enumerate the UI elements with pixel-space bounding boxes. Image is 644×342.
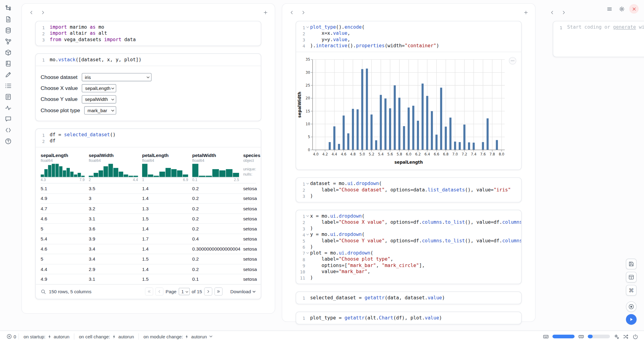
table-row[interactable]: 4.93.11.50.1setosa: [41, 274, 256, 284]
code-text[interactable]: y = mo.ui.dropdown(: [310, 232, 365, 238]
code-editor[interactable]: 1selected_dataset = getattr(data, datase…: [296, 292, 521, 304]
last-page-button[interactable]: [214, 287, 223, 296]
column-next-button[interactable]: [560, 8, 568, 16]
shuffle-icon[interactable]: [623, 333, 629, 339]
code-text[interactable]: label="Choose dataset", options=data.lis…: [310, 187, 511, 193]
code-line[interactable]: 3): [296, 193, 517, 199]
next-page-button[interactable]: [204, 287, 212, 296]
search-icon[interactable]: [41, 289, 46, 294]
cell-vstack[interactable]: 1mo.vstack([dataset, x, y, plot]) Choose…: [35, 53, 261, 121]
code-text[interactable]: x = mo.ui.dropdown(: [310, 213, 365, 219]
code-text[interactable]: plot_type().encode(: [310, 24, 365, 30]
code-line[interactable]: 1plot_type().encode(: [296, 24, 517, 30]
code-line[interactable]: 3from vega_datasets import data: [36, 37, 257, 43]
code-text[interactable]: import marimo as mo: [50, 24, 104, 30]
code-line[interactable]: 2import altair as alt: [36, 30, 257, 37]
column-name[interactable]: sepalLength: [41, 153, 84, 158]
y-value-select[interactable]: sepalWidth: [82, 95, 116, 103]
column-name[interactable]: petalLength: [142, 153, 188, 158]
code-line[interactable]: 8 label="Choose plot type",: [296, 256, 517, 262]
code-line[interactable]: 1 Start coding or generate with AI: [553, 24, 644, 30]
code-editor[interactable]: 1plot_type().encode(2 x=x.value,3 y=y.va…: [296, 21, 521, 52]
cell-widget-dropdowns[interactable]: 1x = mo.ui.dropdown(2 label="Choose X va…: [296, 210, 522, 284]
run-button[interactable]: [626, 314, 637, 325]
code-line[interactable]: 3 y=y.value,: [296, 37, 517, 43]
chart-actions-button[interactable]: [509, 57, 516, 64]
code-line[interactable]: 11): [296, 275, 517, 281]
add-cell-button[interactable]: [261, 8, 270, 16]
chat-button[interactable]: [4, 115, 13, 122]
code-text[interactable]: plot_type = getattr(alt.Chart(df), plot.…: [310, 315, 442, 321]
code-text[interactable]: ).interactive().properties(width="contai…: [310, 43, 439, 49]
code-line[interactable]: 5 label="Choose Y value", options=df.col…: [296, 238, 517, 244]
fold-indicator[interactable]: [305, 232, 310, 236]
code-editor[interactable]: 1dataset = mo.ui.dropdown(2 label="Choos…: [296, 178, 521, 202]
keyboard-icon[interactable]: [543, 333, 549, 339]
download-button[interactable]: Download: [230, 289, 256, 294]
code-line[interactable]: 4).interactive().properties(width="conta…: [296, 43, 517, 49]
code-text[interactable]: plot = mo.ui.dropdown(: [310, 250, 373, 256]
column-prev-button[interactable]: [288, 8, 296, 16]
column-prev-button[interactable]: [548, 8, 556, 16]
code-line[interactable]: 1df = selected_dataset(): [36, 132, 257, 138]
code-line[interactable]: 2 label="Choose dataset", options=data.l…: [296, 187, 517, 193]
dataset-select[interactable]: iris: [82, 73, 152, 81]
table-row[interactable]: 4.931.40.2setosa: [41, 194, 256, 204]
settings-button[interactable]: [617, 4, 626, 13]
column-histogram[interactable]: [192, 163, 239, 177]
code-editor[interactable]: 1import marimo as mo2import altair as al…: [36, 21, 261, 45]
fold-indicator[interactable]: [305, 250, 310, 255]
column-histogram[interactable]: [89, 163, 138, 177]
notebook-button[interactable]: [4, 60, 13, 67]
code-line[interactable]: 1x = mo.ui.dropdown(: [296, 213, 517, 219]
code-line[interactable]: 3): [296, 225, 517, 231]
save-button[interactable]: [626, 259, 637, 269]
code-line[interactable]: 6): [296, 244, 517, 250]
code-text[interactable]: mo.vstack([dataset, x, y, plot]): [50, 57, 141, 63]
code-text[interactable]: dataset = mo.ui.dropdown(: [310, 181, 382, 187]
code-editor[interactable]: 1mo.vstack([dataset, x, y, plot]): [36, 54, 261, 66]
cell-dataset-dropdown[interactable]: 1dataset = mo.ui.dropdown(2 label="Choos…: [296, 177, 522, 202]
cell-selected-dataset[interactable]: 1selected_dataset = getattr(data, datase…: [296, 291, 522, 304]
file-explorer-button[interactable]: [4, 5, 13, 12]
code-text[interactable]: x=x.value,: [310, 30, 350, 37]
table-row[interactable]: 5.13.51.40.2setosa: [41, 183, 256, 194]
plot-type-select[interactable]: mark_bar: [84, 106, 116, 114]
code-text[interactable]: ): [310, 225, 313, 231]
first-page-button[interactable]: [145, 287, 153, 296]
x-value-select[interactable]: sepalLength: [82, 84, 116, 92]
code-line[interactable]: 2 x=x.value,: [296, 30, 517, 37]
code-text[interactable]: ): [310, 244, 313, 250]
table-row[interactable]: 53.61.40.2setosa: [41, 224, 256, 234]
code-text[interactable]: options=["mark_bar", "mark_circle"],: [310, 262, 425, 269]
code-editor[interactable]: 1plot_type = getattr(alt.Chart(df), plot…: [296, 312, 521, 324]
column-name[interactable]: species: [243, 153, 261, 158]
table-row[interactable]: 4.73.21.30.2setosa: [41, 204, 256, 214]
code-editor[interactable]: 1x = mo.ui.dropdown(2 label="Choose X va…: [296, 210, 521, 284]
column-next-button[interactable]: [299, 8, 307, 16]
cell-dataframe[interactable]: 1df = selected_dataset()2df sepalLengthf…: [35, 129, 261, 299]
altair-bar-chart[interactable]: 4.04.24.44.64.85.05.25.45.65.86.06.26.46…: [296, 55, 521, 169]
help-button[interactable]: [4, 137, 13, 144]
memory-icon[interactable]: [578, 333, 584, 339]
code-text[interactable]: value="mark_bar",: [310, 269, 370, 275]
code-line[interactable]: 1selected_dataset = getattr(data, datase…: [296, 295, 517, 301]
code-editor[interactable]: 1df = selected_dataset()2df: [36, 129, 261, 147]
code-text[interactable]: from vega_datasets import data: [50, 37, 136, 43]
column-histogram[interactable]: [41, 163, 84, 177]
code-text[interactable]: label="Choose plot type",: [310, 256, 393, 262]
outline-button[interactable]: [4, 82, 13, 89]
cell-empty-editor[interactable]: 1 Start coding or generate with AI: [553, 21, 644, 57]
generate-with-ai-link[interactable]: generate: [613, 24, 636, 30]
code-text[interactable]: y=y.value,: [310, 37, 350, 43]
code-line[interactable]: 7plot = mo.ui.dropdown(: [296, 250, 517, 256]
table-row[interactable]: 4.42.91.40.2setosa: [41, 264, 256, 274]
memory-meter[interactable]: [588, 335, 610, 338]
table-row[interactable]: 4.63.41.40.30000000000000004setosa: [41, 244, 256, 254]
column-histogram[interactable]: [142, 163, 188, 177]
column-name[interactable]: petalWidth: [192, 153, 239, 158]
column-name[interactable]: sepalWidth: [89, 153, 138, 158]
datasources-button[interactable]: [4, 27, 13, 34]
ai-sparkles-icon[interactable]: [614, 333, 619, 339]
keyboard-shortcuts-button[interactable]: ⌘: [626, 285, 637, 296]
